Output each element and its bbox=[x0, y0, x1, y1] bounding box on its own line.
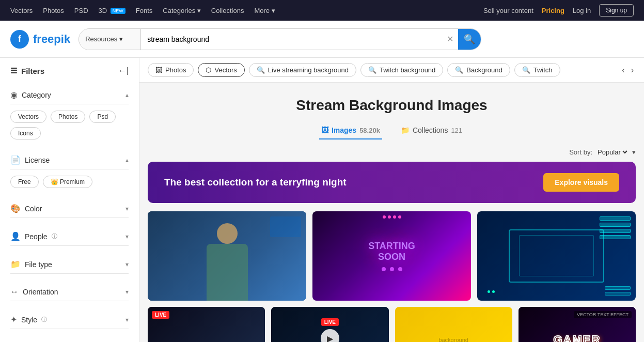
vectors-tab-icon: ⬡ bbox=[206, 66, 211, 74]
tab-live-streaming[interactable]: 🔍 Live streaming background bbox=[249, 63, 356, 77]
tag-free[interactable]: Free bbox=[10, 176, 39, 188]
sort-bar: Sort by: Popular ▾ bbox=[148, 146, 636, 162]
play-button-5[interactable]: ▶ bbox=[321, 329, 339, 342]
nav-categories[interactable]: Categories ▾ bbox=[163, 7, 201, 14]
sidebar: ☰ Filters ←| ◉ Category ▴ Vectors Photos… bbox=[0, 58, 139, 342]
license-header[interactable]: 📄 License ▴ bbox=[10, 151, 129, 169]
filter-section-quick-edit: ✏ Quick edit ▾ bbox=[10, 338, 129, 342]
sidebar-header: ☰ Filters ←| bbox=[10, 66, 129, 75]
page-heading: Stream Background Images bbox=[148, 83, 636, 122]
category-icon: ◉ bbox=[10, 90, 18, 100]
nav-photos[interactable]: Photos bbox=[43, 7, 64, 14]
sidebar-collapse-button[interactable]: ←| bbox=[118, 66, 129, 75]
quick-edit-header[interactable]: ✏ Quick edit ▾ bbox=[10, 338, 129, 342]
image-card-2[interactable]: STARTINGSOON bbox=[312, 211, 471, 301]
search-clear-button[interactable]: ✕ bbox=[442, 29, 458, 50]
logo[interactable]: f freepik bbox=[10, 30, 70, 49]
nav-fonts[interactable]: Fonts bbox=[136, 7, 153, 14]
image-card-4[interactable]: LIVE FAKENEWS bbox=[148, 307, 265, 342]
filter-icon: ☰ bbox=[10, 66, 17, 75]
live-badge-5: LIVE bbox=[321, 318, 339, 326]
orientation-icon: ↔ bbox=[10, 287, 19, 297]
live-streaming-icon: 🔍 bbox=[257, 66, 265, 74]
sort-chevron-icon: ▾ bbox=[632, 148, 636, 156]
tab-background[interactable]: 🔍 Background bbox=[447, 63, 510, 77]
orientation-header[interactable]: ↔ Orientation ▾ bbox=[10, 283, 129, 301]
search-category-dropdown[interactable]: Resources ▾ bbox=[79, 29, 141, 50]
top-nav: Vectors Photos PSD 3D NEW Fonts Categori… bbox=[0, 0, 644, 21]
main-layout: ☰ Filters ←| ◉ Category ▴ Vectors Photos… bbox=[0, 58, 644, 342]
vectors-tab-label: Vectors bbox=[214, 66, 237, 74]
nav-psd[interactable]: PSD bbox=[74, 7, 88, 14]
filter-section-color: 🎨 Color ▾ bbox=[10, 199, 129, 218]
tab-vectors[interactable]: ⬡ Vectors bbox=[198, 63, 244, 77]
nav-3d[interactable]: 3D NEW bbox=[99, 7, 125, 14]
style-label: Style bbox=[21, 316, 37, 324]
tabs-prev-button[interactable]: ‹ bbox=[620, 64, 626, 77]
tab-twitch[interactable]: 🔍 Twitch bbox=[514, 63, 560, 77]
collections-tab-icon: 📁 bbox=[401, 126, 410, 134]
background-label: Background bbox=[466, 66, 502, 74]
category-header[interactable]: ◉ Category ▴ bbox=[10, 86, 129, 104]
license-chevron-up: ▴ bbox=[125, 157, 129, 164]
file-type-header[interactable]: 📁 File type ▾ bbox=[10, 255, 129, 274]
top-nav-left: Vectors Photos PSD 3D NEW Fonts Categori… bbox=[10, 7, 275, 14]
banner-text: The best collection for a terryfing nigh… bbox=[164, 177, 347, 188]
license-label: License bbox=[25, 156, 50, 164]
nav-collections[interactable]: Collections bbox=[211, 7, 244, 14]
nav-pricing[interactable]: Pricing bbox=[542, 7, 564, 14]
sub-tabs: 🖼 Images 58.20k 📁 Collections 121 bbox=[148, 122, 636, 139]
tab-photos[interactable]: 🖼 Photos bbox=[148, 63, 194, 77]
nav-more[interactable]: More ▾ bbox=[254, 7, 275, 14]
category-label: Category bbox=[22, 91, 51, 99]
twitch-icon: 🔍 bbox=[522, 66, 530, 74]
sub-tab-collections[interactable]: 📁 Collections 121 bbox=[399, 122, 464, 139]
tag-photos[interactable]: Photos bbox=[51, 111, 85, 123]
category-chevron-up: ▴ bbox=[125, 91, 129, 99]
tabs-next-button[interactable]: › bbox=[629, 64, 636, 77]
tag-psd[interactable]: Psd bbox=[89, 111, 116, 123]
live-streaming-label: Live streaming background bbox=[268, 66, 349, 74]
collections-count: 121 bbox=[451, 127, 462, 134]
sub-tab-images[interactable]: 🖼 Images 58.20k bbox=[319, 122, 382, 139]
tag-icons[interactable]: Icons bbox=[10, 127, 41, 139]
signup-button[interactable]: Sign up bbox=[599, 4, 634, 17]
logo-text: freepik bbox=[33, 33, 70, 46]
filter-section-category: ◉ Category ▴ Vectors Photos Psd Icons bbox=[10, 86, 129, 142]
image-card-6[interactable]: background bbox=[395, 307, 512, 342]
color-icon: 🎨 bbox=[10, 204, 21, 213]
style-header[interactable]: ✦ Style ⓘ ▾ bbox=[10, 310, 129, 329]
filter-tabs-row: 🖼 Photos ⬡ Vectors 🔍 Live streaming back… bbox=[139, 58, 644, 83]
nav-sell[interactable]: Sell your content bbox=[483, 7, 533, 14]
nav-vectors[interactable]: Vectors bbox=[10, 7, 33, 14]
sort-select[interactable]: Popular bbox=[595, 148, 629, 157]
search-button[interactable]: 🔍 bbox=[458, 29, 481, 50]
image-card-1[interactable] bbox=[148, 211, 306, 301]
starting-soon-text: STARTINGSOON bbox=[368, 241, 415, 263]
twitch-bg-label: Twitch background bbox=[380, 66, 435, 74]
category-tags: Vectors Photos Psd Icons bbox=[10, 104, 129, 142]
nav-login[interactable]: Log in bbox=[573, 7, 591, 14]
color-header[interactable]: 🎨 Color ▾ bbox=[10, 199, 129, 218]
promo-banner: The best collection for a terryfing nigh… bbox=[148, 162, 636, 203]
filters-label: Filters bbox=[21, 67, 44, 75]
filter-section-orientation: ↔ Orientation ▾ bbox=[10, 283, 129, 301]
images-tab-label: Images bbox=[332, 126, 356, 134]
twitch-label: Twitch bbox=[533, 66, 553, 74]
people-icon: 👤 bbox=[10, 231, 21, 241]
image-card-7[interactable]: VECTOR TEXT EFFECT GAMER bbox=[519, 307, 636, 342]
people-chevron-down: ▾ bbox=[125, 233, 129, 240]
tag-premium[interactable]: 👑 Premium bbox=[43, 176, 92, 188]
people-header[interactable]: 👤 People ⓘ ▾ bbox=[10, 227, 129, 246]
search-category-label: Resources bbox=[85, 35, 117, 43]
logo-icon: f bbox=[10, 30, 29, 49]
explore-visuals-button[interactable]: Explore visuals bbox=[543, 173, 619, 192]
tag-vectors[interactable]: Vectors bbox=[10, 111, 46, 123]
image-card-3[interactable] bbox=[477, 211, 636, 301]
page-title: Stream Background Images bbox=[148, 97, 636, 114]
filter-section-file-type: 📁 File type ▾ bbox=[10, 255, 129, 274]
tab-twitch-background[interactable]: 🔍 Twitch background bbox=[360, 63, 443, 77]
filter-section-style: ✦ Style ⓘ ▾ bbox=[10, 310, 129, 329]
search-input[interactable] bbox=[141, 29, 442, 50]
image-card-5[interactable]: LIVE ▶ SQUARE STREAMLIVE STREAM bbox=[271, 307, 388, 342]
